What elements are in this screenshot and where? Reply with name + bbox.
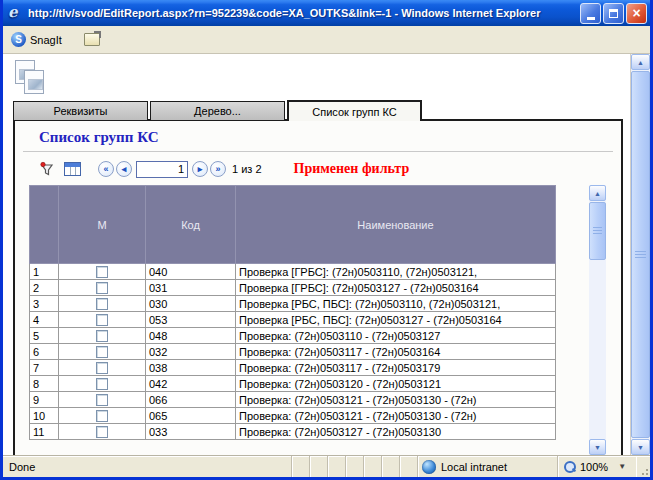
row-number-cell: 4 xyxy=(30,312,59,328)
row-checkbox[interactable] xyxy=(96,346,108,358)
name-cell: Проверка [РБС, ПБС]: (72н)0503127 - (72н… xyxy=(236,312,556,328)
prev-page-button[interactable]: ◂ xyxy=(116,161,132,177)
maximize-button[interactable] xyxy=(603,3,624,24)
row-checkbox[interactable] xyxy=(96,410,108,422)
row-number-cell: 3 xyxy=(30,296,59,312)
name-cell: Проверка [ГРБС]: (72н)0503110, (72н)0503… xyxy=(236,264,556,280)
row-number-cell: 9 xyxy=(30,392,59,408)
filter-icon[interactable] xyxy=(39,161,55,177)
last-page-button[interactable]: » xyxy=(210,161,226,177)
status-bar: Done Local intranet 100% ▼ xyxy=(3,455,650,477)
column-header-code[interactable]: Код xyxy=(146,186,236,264)
column-header-mark[interactable]: М xyxy=(59,186,146,264)
browser-window: e http://tlv/svod/EditReport.aspx?rn=952… xyxy=(0,0,653,480)
next-page-button[interactable]: ▸ xyxy=(192,161,208,177)
minimize-button[interactable] xyxy=(580,3,601,24)
row-number-cell: 5 xyxy=(30,328,59,344)
name-cell: Проверка: (72н)0503120 - (72н)0503121 xyxy=(236,376,556,392)
pager-nav: « ◂ ▸ » 1 из 2 xyxy=(97,161,262,178)
table-row[interactable]: 2 031 Проверка [ГРБС]: (72н)0503127 - (7… xyxy=(30,280,556,296)
table-row[interactable]: 11 033 Проверка: (72н)0503127 - (72н)050… xyxy=(30,424,556,440)
magnifier-icon xyxy=(564,461,576,473)
browser-scroll-down-button[interactable]: ▼ xyxy=(631,439,650,455)
row-number-cell: 11 xyxy=(30,424,59,440)
row-checkbox[interactable] xyxy=(96,298,108,310)
column-header-name[interactable]: Наименование xyxy=(236,186,556,264)
name-cell: Проверка: (72н)0503117 - (72н)0503179 xyxy=(236,360,556,376)
row-checkbox[interactable] xyxy=(96,378,108,390)
name-cell: Проверка: (72н)0503121 - (72н)0503130 - … xyxy=(236,408,556,424)
grid-scroll-down-button[interactable]: ▼ xyxy=(589,439,606,455)
close-button[interactable]: × xyxy=(626,3,647,24)
tab-rekvizity[interactable]: Реквизиты xyxy=(13,101,148,120)
grid-scroll-up-button[interactable]: ▲ xyxy=(589,185,606,201)
tab-derevo[interactable]: Дерево... xyxy=(150,101,285,120)
filter-applied-notice: Применен фильтр xyxy=(294,161,410,177)
checkbox-cell xyxy=(59,424,146,440)
zoom-level-label: 100% xyxy=(580,461,608,473)
column-header-rownum[interactable] xyxy=(30,186,59,264)
code-cell: 042 xyxy=(146,376,236,392)
name-cell: Проверка: (72н)0503117 - (72н)0503164 xyxy=(236,344,556,360)
snagit-icon[interactable]: S xyxy=(11,32,26,47)
table-row[interactable]: 1 040 Проверка [ГРБС]: (72н)0503110, (72… xyxy=(30,264,556,280)
code-cell: 032 xyxy=(146,344,236,360)
row-checkbox[interactable] xyxy=(96,330,108,342)
table-row[interactable]: 7 038 Проверка: (72н)0503117 - (72н)0503… xyxy=(30,360,556,376)
page-area: Реквизиты Дерево... Список групп КС Спис… xyxy=(3,54,650,455)
first-page-button[interactable]: « xyxy=(98,161,114,177)
table-row[interactable]: 5 048 Проверка: (72н)0503110 - (72н)0503… xyxy=(30,328,556,344)
zoom-control[interactable]: 100% ▼ xyxy=(558,456,636,477)
code-cell: 066 xyxy=(146,392,236,408)
page-number-input[interactable] xyxy=(136,161,188,178)
code-cell: 030 xyxy=(146,296,236,312)
code-cell: 031 xyxy=(146,280,236,296)
security-zone-pane: Local intranet xyxy=(418,456,558,477)
checkbox-cell xyxy=(59,312,146,328)
table-view-icon[interactable] xyxy=(64,162,81,176)
row-checkbox[interactable] xyxy=(96,282,108,294)
code-cell: 048 xyxy=(146,328,236,344)
row-number-cell: 7 xyxy=(30,360,59,376)
browser-scrollbar-thumb[interactable] xyxy=(631,71,650,438)
browser-vertical-scrollbar[interactable]: ▲ ▼ xyxy=(630,54,650,455)
page-title: Список групп КС xyxy=(39,129,621,146)
checkbox-cell xyxy=(59,360,146,376)
window-resize-grip[interactable] xyxy=(636,456,650,477)
globe-icon xyxy=(422,460,436,474)
window-title: http://tlv/svod/EditReport.aspx?rn=95223… xyxy=(28,7,578,19)
name-cell: Проверка [ГРБС]: (72н)0503127 - (72н)050… xyxy=(236,280,556,296)
table-row[interactable]: 6 032 Проверка: (72н)0503117 - (72н)0503… xyxy=(30,344,556,360)
table-row[interactable]: 8 042 Проверка: (72н)0503120 - (72н)0503… xyxy=(30,376,556,392)
tab-bar: Реквизиты Дерево... Список групп КС xyxy=(13,100,424,120)
checkbox-cell xyxy=(59,296,146,312)
row-number-cell: 1 xyxy=(30,264,59,280)
grid-toolbar: « ◂ ▸ » 1 из 2 Применен фильтр xyxy=(39,159,621,179)
row-number-cell: 8 xyxy=(30,376,59,392)
row-checkbox[interactable] xyxy=(96,426,108,438)
page-count-label: 1 из 2 xyxy=(232,163,262,175)
snagit-label[interactable]: SnagIt xyxy=(30,34,62,46)
tab-spisok-grupp-ks[interactable]: Список групп КС xyxy=(287,100,422,121)
browser-scroll-up-button[interactable]: ▲ xyxy=(631,54,650,70)
code-cell: 040 xyxy=(146,264,236,280)
table-body: 1 040 Проверка [ГРБС]: (72н)0503110, (72… xyxy=(30,264,556,440)
name-cell: Проверка: (72н)0503110 - (72н)0503127 xyxy=(236,328,556,344)
maximize-icon xyxy=(609,9,618,18)
minimize-icon xyxy=(587,17,595,20)
table-row[interactable]: 4 053 Проверка [РБС, ПБС]: (72н)0503127 … xyxy=(30,312,556,328)
table-row[interactable]: 3 030 Проверка [РБС, ПБС]: (72н)0503110,… xyxy=(30,296,556,312)
row-checkbox[interactable] xyxy=(96,266,108,278)
row-checkbox[interactable] xyxy=(96,314,108,326)
grid-vertical-scrollbar[interactable]: ▲ ▼ xyxy=(589,185,606,455)
snagit-capture-icon[interactable] xyxy=(84,33,100,46)
table-row[interactable]: 10 065 Проверка: (72н)0503121 - (72н)050… xyxy=(30,408,556,424)
status-text: Done xyxy=(3,456,292,477)
row-checkbox[interactable] xyxy=(96,362,108,374)
name-cell: Проверка [РБС, ПБС]: (72н)0503110, (72н)… xyxy=(236,296,556,312)
grid-scrollbar-thumb[interactable] xyxy=(589,202,606,260)
table-row[interactable]: 9 066 Проверка: (72н)0503121 - (72н)0503… xyxy=(30,392,556,408)
zoom-dropdown-icon[interactable]: ▼ xyxy=(618,462,626,471)
row-checkbox[interactable] xyxy=(96,394,108,406)
copy-documents-icon[interactable] xyxy=(15,60,49,98)
